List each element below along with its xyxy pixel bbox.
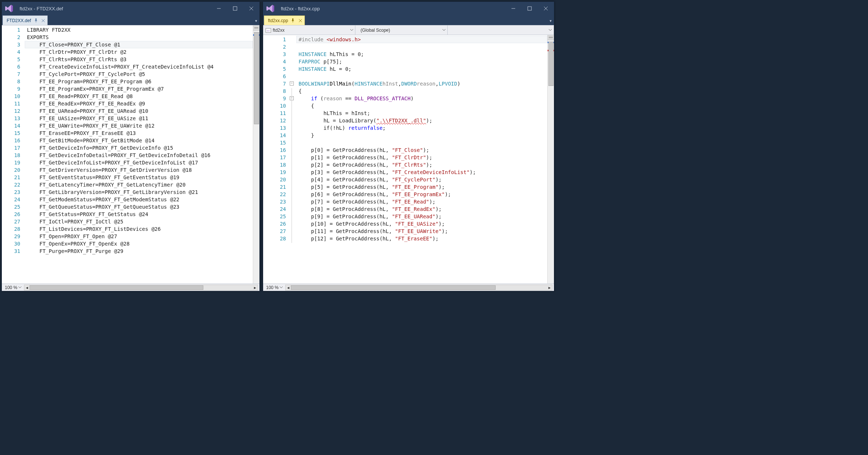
zoom-dropdown[interactable]: 100 % xyxy=(2,285,23,290)
hscroll-thumb[interactable] xyxy=(291,285,496,290)
tab-row: FTD2XX.def ▾ xyxy=(2,15,259,25)
horizontal-scrollbar[interactable]: ◂ ▸ xyxy=(285,285,552,291)
tab-label: ftd2xx.cpp xyxy=(268,18,288,23)
tab-ftd2xx-def[interactable]: FTD2XX.def xyxy=(3,15,48,25)
split-handle-icon[interactable] xyxy=(548,35,554,40)
maximize-button[interactable] xyxy=(227,3,243,14)
tab-label: FTD2XX.def xyxy=(7,18,31,23)
nav-project-dropdown[interactable]: ++ ftd2xx xyxy=(263,25,355,35)
nav-scope-dropdown[interactable]: (Global Scope) xyxy=(355,25,448,35)
code-content[interactable]: #include <windows.h>HINSTANCE hLThis = 0… xyxy=(289,35,547,284)
pin-icon[interactable] xyxy=(290,18,296,23)
nav-scope-label: (Global Scope) xyxy=(358,28,390,33)
scroll-thumb[interactable] xyxy=(548,42,554,86)
chevron-down-icon xyxy=(442,28,446,33)
vs-logo-icon xyxy=(5,4,14,13)
nav-member-dropdown[interactable] xyxy=(448,25,554,35)
code-content[interactable]: LIBRARY FTD2XXEXPORTS FT_Close=PROXY_FT_… xyxy=(23,25,253,284)
window-title: ftd2xx - ftd2xx.cpp xyxy=(281,6,505,11)
code-editor-def[interactable]: 1234567891011121314151617181920212223242… xyxy=(2,25,253,284)
tab-overflow-icon[interactable]: ▾ xyxy=(253,16,259,25)
chevron-down-icon xyxy=(548,28,552,33)
pin-icon[interactable] xyxy=(33,18,38,23)
svg-rect-1 xyxy=(233,7,237,10)
tab-ftd2xx-cpp[interactable]: ftd2xx.cpp xyxy=(264,15,305,25)
close-tab-icon[interactable] xyxy=(41,18,46,23)
window-cpp: ftd2xx - ftd2xx.cpp ftd2xx.cpp ▾ ++ ftd2… xyxy=(263,1,554,291)
tab-overflow-icon[interactable]: ▾ xyxy=(547,16,554,25)
window-def: ftd2xx - FTD2XX.def FTD2XX.def ▾ 1234567… xyxy=(1,1,260,291)
editor-bottom-bar: 100 % ◂ ▸ xyxy=(2,284,259,291)
zoom-value: 100 % xyxy=(5,285,17,290)
svg-rect-7 xyxy=(528,7,531,10)
maximize-button[interactable] xyxy=(521,3,538,14)
vertical-scrollbar[interactable] xyxy=(547,35,554,284)
tab-row: ftd2xx.cpp ▾ xyxy=(263,15,554,25)
editor-bottom-bar: 100 % ◂ ▸ xyxy=(263,284,554,291)
vs-logo-icon xyxy=(266,4,275,13)
navigation-bar: ++ ftd2xx (Global Scope) xyxy=(263,25,554,35)
hscroll-thumb[interactable] xyxy=(30,285,203,290)
chevron-down-icon xyxy=(279,285,283,290)
zoom-dropdown[interactable]: 100 % xyxy=(263,285,284,290)
chevron-down-icon xyxy=(350,28,354,33)
scroll-right-icon[interactable]: ▸ xyxy=(252,285,258,290)
code-editor-cpp[interactable]: 1234567891011121314151617181920212223242… xyxy=(263,35,547,284)
cpp-project-icon: ++ xyxy=(265,27,271,33)
horizontal-scrollbar[interactable]: ◂ ▸ xyxy=(24,285,258,291)
window-title: ftd2xx - FTD2XX.def xyxy=(20,6,211,11)
close-button[interactable] xyxy=(538,3,554,14)
line-gutter: 1234567891011121314151617181920212223242… xyxy=(263,35,289,284)
close-button[interactable] xyxy=(243,3,259,14)
titlebar[interactable]: ftd2xx - ftd2xx.cpp xyxy=(263,2,554,15)
minimize-button[interactable] xyxy=(505,3,521,14)
scroll-left-icon[interactable]: ◂ xyxy=(24,285,30,290)
titlebar[interactable]: ftd2xx - FTD2XX.def xyxy=(2,2,259,15)
vertical-scrollbar[interactable] xyxy=(253,25,259,284)
scroll-thumb[interactable] xyxy=(254,32,259,124)
svg-text:++: ++ xyxy=(266,29,270,32)
zoom-value: 100 % xyxy=(266,285,279,290)
nav-project-label: ftd2xx xyxy=(273,28,285,33)
chevron-down-icon xyxy=(18,285,22,290)
scroll-right-icon[interactable]: ▸ xyxy=(547,285,552,290)
scroll-left-icon[interactable]: ◂ xyxy=(286,285,291,290)
close-tab-icon[interactable] xyxy=(298,18,303,23)
split-handle-icon[interactable] xyxy=(253,25,259,31)
minimize-button[interactable] xyxy=(211,3,227,14)
line-gutter: 1234567891011121314151617181920212223242… xyxy=(2,25,23,284)
